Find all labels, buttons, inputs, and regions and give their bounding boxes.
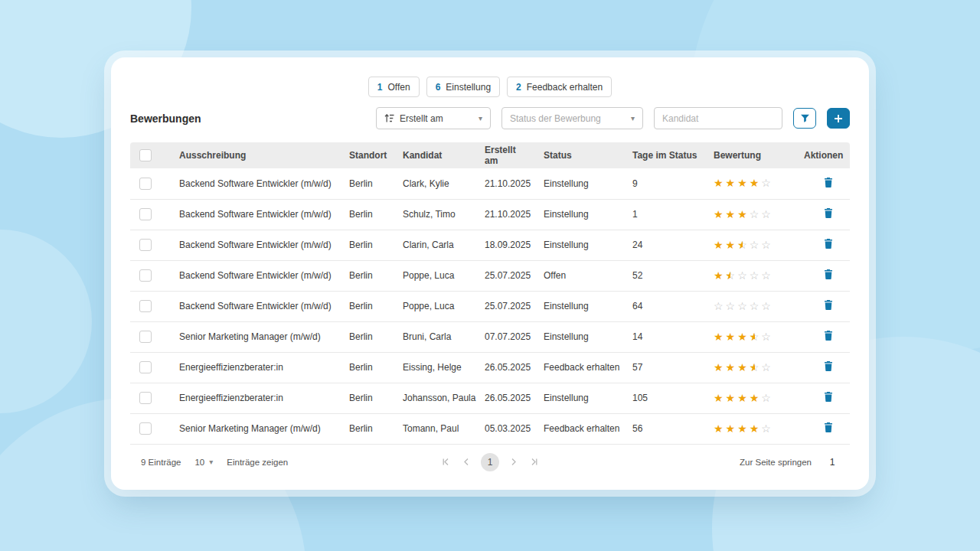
trash-icon[interactable] <box>822 390 835 406</box>
trash-icon[interactable] <box>822 268 835 283</box>
star-full-icon[interactable]: ★ <box>714 331 724 343</box>
row-checkbox[interactable] <box>139 422 152 435</box>
page-size-select[interactable]: 10 ▾ <box>194 458 213 467</box>
next-page-button[interactable] <box>507 455 520 468</box>
star-full-icon[interactable]: ★ <box>737 422 747 435</box>
star-empty-icon[interactable]: ☆ <box>761 392 771 404</box>
row-checkbox[interactable] <box>139 361 152 373</box>
star-full-icon[interactable]: ★ <box>750 177 760 189</box>
trash-icon[interactable] <box>822 360 835 375</box>
star-full-icon[interactable]: ★ <box>737 208 747 220</box>
cell-kandidat: Schulz, Timo <box>395 199 477 230</box>
star-half-icon[interactable]: ☆★ <box>737 240 747 250</box>
select-all-checkbox[interactable] <box>139 149 152 161</box>
star-full-icon[interactable]: ★ <box>726 208 736 220</box>
cell-kandidat: Johansson, Paula <box>395 383 477 413</box>
star-full-icon[interactable]: ★ <box>726 392 736 404</box>
star-full-icon[interactable]: ★ <box>750 392 760 404</box>
last-page-button[interactable] <box>528 455 541 468</box>
star-full-icon[interactable]: ★ <box>714 422 724 435</box>
star-empty-icon[interactable]: ☆ <box>737 269 747 282</box>
star-empty-icon[interactable]: ☆ <box>761 269 771 282</box>
cell-ausschreibung: Backend Software Entwickler (m/w/d) <box>172 260 341 291</box>
star-empty-icon[interactable]: ☆ <box>750 269 760 282</box>
star-full-icon[interactable]: ★ <box>737 361 747 373</box>
funnel-icon <box>800 113 810 123</box>
star-full-icon[interactable]: ★ <box>737 392 747 404</box>
filter-button[interactable] <box>793 108 816 129</box>
row-checkbox[interactable] <box>139 392 152 404</box>
star-full-icon[interactable]: ★ <box>726 177 736 189</box>
star-empty-icon[interactable]: ☆ <box>761 361 771 373</box>
cell-ausschreibung: Energieeffizienzberater:in <box>172 352 341 383</box>
status-chip-offen[interactable]: 1Offen <box>368 77 420 97</box>
star-empty-icon[interactable]: ☆ <box>761 331 771 343</box>
status-chips: 1Offen6Einstellung2Feedback erhalten <box>130 77 850 97</box>
cell-erstellt-am: 18.09.2025 <box>477 230 536 260</box>
row-checkbox[interactable] <box>139 300 152 312</box>
star-full-icon[interactable]: ★ <box>714 392 724 404</box>
trash-icon[interactable] <box>822 298 835 314</box>
jump-page-input[interactable] <box>822 456 842 468</box>
star-empty-icon[interactable]: ☆ <box>761 300 771 312</box>
cell-kandidat: Tomann, Paul <box>395 413 477 444</box>
sort-select[interactable]: Erstellt am ▾ <box>376 107 491 129</box>
star-empty-icon[interactable]: ☆ <box>737 300 747 312</box>
sort-icon <box>384 114 394 122</box>
chip-label: Offen <box>388 82 410 93</box>
cell-bewertung: ★★★☆★☆ <box>706 352 796 383</box>
star-empty-icon[interactable]: ☆ <box>750 208 760 220</box>
star-empty-icon[interactable]: ☆ <box>750 239 760 251</box>
select-all-cell <box>130 142 172 168</box>
status-filter-select[interactable]: Status der Bewerbung ▾ <box>501 107 643 129</box>
star-full-icon[interactable]: ★ <box>726 331 736 343</box>
star-half-icon[interactable]: ☆★ <box>750 362 760 373</box>
first-page-button[interactable] <box>439 455 452 468</box>
status-chip-einstellung[interactable]: 6Einstellung <box>426 77 500 97</box>
star-empty-icon[interactable]: ☆ <box>714 300 724 312</box>
row-checkbox[interactable] <box>139 239 152 251</box>
star-half-icon[interactable]: ☆★ <box>750 331 760 342</box>
cell-erstellt-am: 21.10.2025 <box>477 199 536 230</box>
star-full-icon[interactable]: ★ <box>750 422 760 435</box>
row-checkbox[interactable] <box>139 208 152 220</box>
cell-standort: Berlin <box>341 260 395 291</box>
cell-tage-im-status: 64 <box>625 291 706 321</box>
prev-page-button[interactable] <box>460 455 473 468</box>
table-row: Backend Software Entwickler (m/w/d)Berli… <box>130 230 850 260</box>
star-empty-icon[interactable]: ☆ <box>761 208 771 220</box>
trash-icon[interactable] <box>822 237 835 253</box>
star-full-icon[interactable]: ★ <box>714 361 724 373</box>
star-full-icon[interactable]: ★ <box>726 239 736 251</box>
trash-icon[interactable] <box>822 207 835 222</box>
star-full-icon[interactable]: ★ <box>726 361 736 373</box>
star-empty-icon[interactable]: ☆ <box>761 239 771 251</box>
add-button[interactable] <box>827 108 850 129</box>
trash-icon[interactable] <box>822 329 835 344</box>
star-empty-icon[interactable]: ☆ <box>750 300 760 312</box>
trash-icon[interactable] <box>822 421 835 436</box>
star-full-icon[interactable]: ★ <box>714 177 724 189</box>
footer-right: Zur Seite springen <box>740 456 850 468</box>
star-full-icon[interactable]: ★ <box>726 422 736 435</box>
pagination: 1 <box>439 453 541 471</box>
star-empty-icon[interactable]: ☆ <box>761 177 771 189</box>
star-empty-icon[interactable]: ☆ <box>726 300 736 312</box>
table-row: Senior Marketing Manager (m/w/d)BerlinTo… <box>130 413 850 444</box>
star-full-icon[interactable]: ★ <box>714 269 724 282</box>
status-chip-feedback-erhalten[interactable]: 2Feedback erhalten <box>507 77 612 97</box>
star-empty-icon[interactable]: ☆ <box>761 422 771 435</box>
kandidat-input[interactable] <box>654 107 782 129</box>
current-page[interactable]: 1 <box>481 453 499 471</box>
row-checkbox[interactable] <box>139 331 152 343</box>
star-full-icon[interactable]: ★ <box>737 331 747 343</box>
star-full-icon[interactable]: ★ <box>714 239 724 251</box>
cell-tage-im-status: 105 <box>625 383 706 413</box>
column-header-tage-im-status: Tage im Status <box>625 142 706 168</box>
row-checkbox[interactable] <box>139 178 152 190</box>
row-checkbox[interactable] <box>139 269 152 282</box>
star-half-icon[interactable]: ☆★ <box>726 270 736 281</box>
star-full-icon[interactable]: ★ <box>714 208 724 220</box>
star-full-icon[interactable]: ★ <box>737 177 747 189</box>
trash-icon[interactable] <box>822 176 835 191</box>
